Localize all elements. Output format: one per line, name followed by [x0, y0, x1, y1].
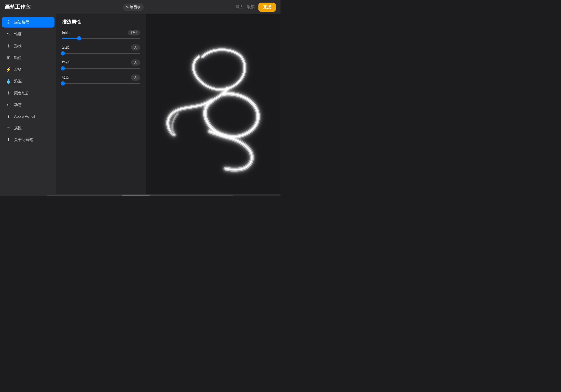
properties-icon: ≡ [6, 126, 11, 131]
falloff-value: 无 [131, 75, 140, 81]
spacing-label: 间距 [62, 30, 70, 35]
spacing-value: 17% [128, 30, 140, 35]
cancel-button[interactable]: 取消 [247, 5, 255, 10]
svg-rect-0 [146, 35, 280, 173]
falloff-label: 掉落 [62, 75, 70, 80]
preview-canvas[interactable] [146, 14, 280, 194]
sidebar-item-taper[interactable]: 〜 锥度 [2, 28, 54, 40]
render-icon: ⚡ [6, 67, 11, 72]
falloff-slider-track [62, 83, 140, 84]
jitter-slider-track [62, 68, 140, 69]
streamline-value: 无 [131, 44, 140, 51]
sidebar-label-apple-pencil: Apple Pencil [14, 114, 35, 119]
main-content: 2 描边路径 〜 锥度 ✳ 形状 ⊞ 颗粒 ⚡ 渲染 💧 湿混 ✳ 颜色动态 [0, 14, 280, 194]
color-dynamics-icon: ✳ [6, 90, 11, 96]
sidebar-label-render: 渲染 [14, 67, 22, 72]
falloff-property: 掉落 无 [62, 75, 140, 84]
sidebar-item-grain[interactable]: ⊞ 颗粒 [2, 52, 54, 63]
falloff-slider-thumb[interactable] [61, 81, 65, 86]
header-center: ⎋ 绘图板 [123, 3, 144, 11]
drawing-board-label: 绘图板 [130, 5, 140, 9]
apple-pencil-icon: ℹ [6, 114, 11, 119]
jitter-slider-thumb[interactable] [61, 66, 65, 70]
grain-icon: ⊞ [6, 55, 11, 60]
scrollbar-thumb[interactable] [122, 195, 150, 196]
streamline-slider-thumb[interactable] [61, 51, 65, 55]
sidebar-item-apple-pencil[interactable]: ℹ Apple Pencil [2, 111, 54, 122]
sidebar-item-render[interactable]: ⚡ 渲染 [2, 64, 54, 75]
streamline-header: 流线 无 [62, 44, 140, 51]
spacing-header: 间距 17% [62, 30, 140, 35]
jitter-label: 抖动 [62, 60, 70, 65]
sidebar-label-color-dynamics: 颜色动态 [14, 91, 29, 96]
sidebar-label-taper: 锥度 [14, 32, 22, 37]
spacing-slider-track [62, 38, 140, 39]
sidebar-item-stroke-path[interactable]: 2 描边路径 [2, 17, 54, 28]
dynamics-icon: ↩ [6, 102, 11, 107]
brush-preview-svg [146, 14, 280, 194]
sidebar-label-shape: 形状 [14, 44, 22, 49]
scrollbar-track [47, 195, 234, 196]
sidebar: 2 描边路径 〜 锥度 ✳ 形状 ⊞ 颗粒 ⚡ 渲染 💧 湿混 ✳ 颜色动态 [0, 14, 56, 194]
jitter-value: 无 [131, 59, 140, 65]
app-header: 画笔工作室 ⎋ 绘图板 导入 取消 完成 [0, 0, 280, 14]
wet-mix-icon: 💧 [6, 79, 11, 84]
sidebar-label-about: 关于此画笔 [14, 138, 33, 142]
done-button[interactable]: 完成 [259, 3, 276, 12]
jitter-header: 抖动 无 [62, 59, 140, 65]
sidebar-item-wet-mix[interactable]: 💧 湿混 [2, 76, 54, 87]
taper-icon: 〜 [6, 31, 11, 37]
header-actions: 导入 取消 完成 [236, 3, 276, 12]
properties-panel: 描边属性 间距 17% 流线 无 抖 [56, 14, 146, 194]
panel-title: 描边属性 [62, 19, 140, 25]
jitter-property: 抖动 无 [62, 59, 140, 69]
falloff-header: 掉落 无 [62, 75, 140, 81]
about-icon: ℹ [6, 137, 11, 142]
streamline-property: 流线 无 [62, 44, 140, 54]
spacing-property: 间距 17% [62, 30, 140, 39]
streamline-slider-track [62, 53, 140, 54]
sidebar-label-wet-mix: 湿混 [14, 79, 22, 84]
sidebar-label-dynamics: 动态 [14, 102, 22, 107]
sidebar-item-properties[interactable]: ≡ 属性 [2, 123, 54, 133]
sidebar-label-properties: 属性 [14, 126, 22, 131]
drawing-board-icon: ⎋ [126, 5, 129, 9]
shape-icon: ✳ [6, 44, 11, 49]
sidebar-label-grain: 颗粒 [14, 55, 22, 60]
sidebar-item-color-dynamics[interactable]: ✳ 颜色动态 [2, 88, 54, 98]
app-title: 画笔工作室 [5, 3, 31, 11]
drawing-board-button[interactable]: ⎋ 绘图板 [123, 3, 144, 11]
sidebar-item-shape[interactable]: ✳ 形状 [2, 41, 54, 52]
spacing-slider-thumb[interactable] [77, 36, 81, 40]
stroke-path-icon: 2 [6, 20, 11, 25]
import-button[interactable]: 导入 [236, 5, 243, 10]
sidebar-label-stroke-path: 描边路径 [14, 20, 29, 25]
sidebar-item-dynamics[interactable]: ↩ 动态 [2, 99, 54, 110]
bottom-scrollbar[interactable] [0, 194, 280, 196]
sidebar-item-about[interactable]: ℹ 关于此画笔 [2, 134, 54, 145]
streamline-label: 流线 [62, 45, 70, 50]
